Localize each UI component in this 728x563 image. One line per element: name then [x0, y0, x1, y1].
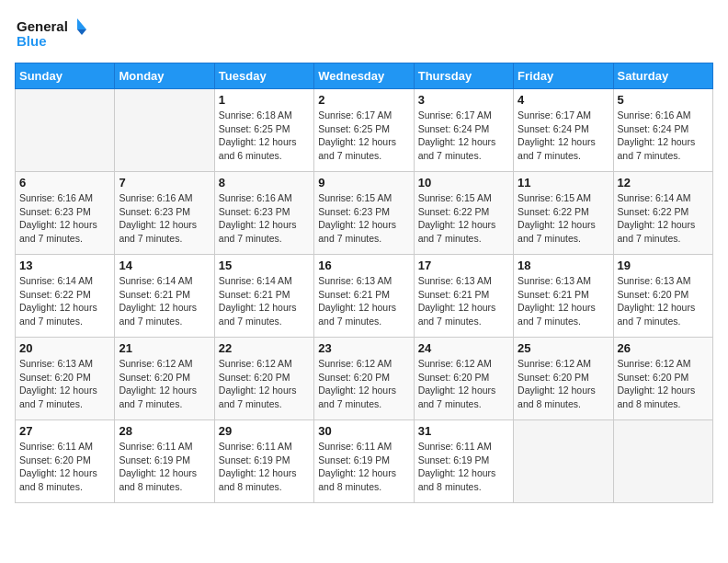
day-info: Sunrise: 6:12 AM Sunset: 6:20 PM Dayligh…: [219, 357, 310, 411]
day-info: Sunrise: 6:11 AM Sunset: 6:19 PM Dayligh…: [318, 440, 409, 494]
calendar-cell: 29Sunrise: 6:11 AM Sunset: 6:19 PM Dayli…: [214, 420, 313, 503]
day-info: Sunrise: 6:14 AM Sunset: 6:22 PM Dayligh…: [618, 191, 709, 246]
day-number: 30: [318, 424, 409, 438]
day-info: Sunrise: 6:16 AM Sunset: 6:23 PM Dayligh…: [219, 191, 310, 246]
calendar-cell: 16Sunrise: 6:13 AM Sunset: 6:21 PM Dayli…: [314, 255, 414, 338]
calendar-cell: 22Sunrise: 6:12 AM Sunset: 6:20 PM Dayli…: [214, 338, 313, 420]
calendar-cell: 9Sunrise: 6:15 AM Sunset: 6:23 PM Daylig…: [314, 172, 414, 255]
calendar-header-thursday: Thursday: [414, 63, 513, 89]
calendar-cell: 1Sunrise: 6:18 AM Sunset: 6:25 PM Daylig…: [214, 89, 313, 172]
day-info: Sunrise: 6:12 AM Sunset: 6:20 PM Dayligh…: [618, 357, 709, 411]
calendar-cell: 6Sunrise: 6:16 AM Sunset: 6:23 PM Daylig…: [16, 172, 115, 255]
calendar-cell: 14Sunrise: 6:14 AM Sunset: 6:21 PM Dayli…: [115, 255, 214, 338]
day-info: Sunrise: 6:13 AM Sunset: 6:20 PM Dayligh…: [19, 357, 110, 411]
day-info: Sunrise: 6:11 AM Sunset: 6:20 PM Dayligh…: [19, 440, 110, 494]
day-number: 7: [119, 176, 210, 190]
day-info: Sunrise: 6:15 AM Sunset: 6:22 PM Dayligh…: [518, 191, 609, 246]
calendar-header-monday: Monday: [115, 63, 214, 89]
calendar-cell: 21Sunrise: 6:12 AM Sunset: 6:20 PM Dayli…: [115, 338, 214, 420]
calendar-cell: [16, 89, 115, 172]
day-number: 19: [618, 259, 709, 272]
calendar-cell: 20Sunrise: 6:13 AM Sunset: 6:20 PM Dayli…: [16, 338, 115, 420]
day-info: Sunrise: 6:14 AM Sunset: 6:22 PM Dayligh…: [19, 274, 110, 328]
calendar-cell: 5Sunrise: 6:16 AM Sunset: 6:24 PM Daylig…: [613, 89, 712, 172]
day-info: Sunrise: 6:11 AM Sunset: 6:19 PM Dayligh…: [418, 440, 509, 494]
day-info: Sunrise: 6:13 AM Sunset: 6:21 PM Dayligh…: [318, 274, 409, 328]
calendar-week-1: 1Sunrise: 6:18 AM Sunset: 6:25 PM Daylig…: [16, 89, 713, 172]
calendar-cell: [115, 89, 214, 172]
calendar-cell: 30Sunrise: 6:11 AM Sunset: 6:19 PM Dayli…: [314, 420, 414, 503]
day-number: 12: [618, 176, 709, 190]
day-number: 29: [219, 424, 310, 438]
calendar-cell: 26Sunrise: 6:12 AM Sunset: 6:20 PM Dayli…: [613, 338, 712, 420]
calendar-cell: 7Sunrise: 6:16 AM Sunset: 6:23 PM Daylig…: [115, 172, 214, 255]
day-info: Sunrise: 6:15 AM Sunset: 6:22 PM Dayligh…: [418, 191, 509, 246]
calendar-week-4: 20Sunrise: 6:13 AM Sunset: 6:20 PM Dayli…: [16, 338, 713, 420]
day-number: 3: [418, 93, 509, 107]
day-info: Sunrise: 6:17 AM Sunset: 6:24 PM Dayligh…: [418, 109, 509, 163]
day-number: 5: [618, 93, 709, 107]
day-info: Sunrise: 6:11 AM Sunset: 6:19 PM Dayligh…: [119, 440, 210, 494]
day-info: Sunrise: 6:14 AM Sunset: 6:21 PM Dayligh…: [219, 274, 310, 328]
day-number: 25: [518, 341, 609, 355]
day-info: Sunrise: 6:17 AM Sunset: 6:25 PM Dayligh…: [318, 109, 409, 163]
day-info: Sunrise: 6:11 AM Sunset: 6:19 PM Dayligh…: [219, 440, 310, 494]
day-number: 14: [119, 259, 210, 272]
day-number: 20: [19, 341, 110, 355]
day-number: 4: [518, 93, 609, 107]
day-info: Sunrise: 6:16 AM Sunset: 6:24 PM Dayligh…: [618, 109, 709, 163]
calendar-cell: 19Sunrise: 6:13 AM Sunset: 6:20 PM Dayli…: [613, 255, 712, 338]
day-number: 21: [119, 341, 210, 355]
day-info: Sunrise: 6:17 AM Sunset: 6:24 PM Dayligh…: [518, 109, 609, 163]
logo-svg: General Blue: [15, 15, 88, 52]
calendar-cell: 25Sunrise: 6:12 AM Sunset: 6:20 PM Dayli…: [514, 338, 613, 420]
calendar-header-row: SundayMondayTuesdayWednesdayThursdayFrid…: [16, 63, 713, 89]
day-number: 18: [518, 259, 609, 272]
day-number: 13: [19, 259, 110, 272]
calendar-cell: 13Sunrise: 6:14 AM Sunset: 6:22 PM Dayli…: [16, 255, 115, 338]
calendar-cell: 24Sunrise: 6:12 AM Sunset: 6:20 PM Dayli…: [414, 338, 513, 420]
calendar-cell: 11Sunrise: 6:15 AM Sunset: 6:22 PM Dayli…: [514, 172, 613, 255]
svg-text:Blue: Blue: [17, 33, 47, 49]
day-info: Sunrise: 6:18 AM Sunset: 6:25 PM Dayligh…: [219, 109, 310, 163]
calendar-cell: 10Sunrise: 6:15 AM Sunset: 6:22 PM Dayli…: [414, 172, 513, 255]
calendar-cell: 27Sunrise: 6:11 AM Sunset: 6:20 PM Dayli…: [16, 420, 115, 503]
day-number: 28: [119, 424, 210, 438]
svg-text:General: General: [17, 18, 68, 34]
page-header: General Blue: [15, 15, 713, 52]
day-number: 24: [418, 341, 509, 355]
day-info: Sunrise: 6:12 AM Sunset: 6:20 PM Dayligh…: [318, 357, 409, 411]
day-number: 8: [219, 176, 310, 190]
calendar-header-wednesday: Wednesday: [314, 63, 414, 89]
day-info: Sunrise: 6:14 AM Sunset: 6:21 PM Dayligh…: [119, 274, 210, 328]
day-info: Sunrise: 6:12 AM Sunset: 6:20 PM Dayligh…: [518, 357, 609, 411]
day-info: Sunrise: 6:16 AM Sunset: 6:23 PM Dayligh…: [119, 191, 210, 246]
day-number: 26: [618, 341, 709, 355]
day-number: 31: [418, 424, 509, 438]
calendar-cell: 8Sunrise: 6:16 AM Sunset: 6:23 PM Daylig…: [214, 172, 313, 255]
day-number: 6: [19, 176, 110, 190]
day-number: 23: [318, 341, 409, 355]
calendar-cell: 2Sunrise: 6:17 AM Sunset: 6:25 PM Daylig…: [314, 89, 414, 172]
day-number: 15: [219, 259, 310, 272]
day-info: Sunrise: 6:13 AM Sunset: 6:21 PM Dayligh…: [418, 274, 509, 328]
calendar-cell: [613, 420, 712, 503]
calendar-cell: 18Sunrise: 6:13 AM Sunset: 6:21 PM Dayli…: [514, 255, 613, 338]
calendar-table: SundayMondayTuesdayWednesdayThursdayFrid…: [15, 63, 713, 503]
calendar-cell: [514, 420, 613, 503]
day-number: 2: [318, 93, 409, 107]
calendar-cell: 31Sunrise: 6:11 AM Sunset: 6:19 PM Dayli…: [414, 420, 513, 503]
calendar-cell: 17Sunrise: 6:13 AM Sunset: 6:21 PM Dayli…: [414, 255, 513, 338]
day-info: Sunrise: 6:15 AM Sunset: 6:23 PM Dayligh…: [318, 191, 409, 246]
calendar-week-5: 27Sunrise: 6:11 AM Sunset: 6:20 PM Dayli…: [16, 420, 713, 503]
day-info: Sunrise: 6:12 AM Sunset: 6:20 PM Dayligh…: [418, 357, 509, 411]
calendar-week-3: 13Sunrise: 6:14 AM Sunset: 6:22 PM Dayli…: [16, 255, 713, 338]
calendar-cell: 28Sunrise: 6:11 AM Sunset: 6:19 PM Dayli…: [115, 420, 214, 503]
day-number: 1: [219, 93, 310, 107]
calendar-header-friday: Friday: [514, 63, 613, 89]
calendar-header-sunday: Sunday: [16, 63, 115, 89]
svg-marker-2: [77, 18, 86, 29]
calendar-cell: 3Sunrise: 6:17 AM Sunset: 6:24 PM Daylig…: [414, 89, 513, 172]
svg-marker-3: [77, 29, 86, 35]
day-number: 11: [518, 176, 609, 190]
